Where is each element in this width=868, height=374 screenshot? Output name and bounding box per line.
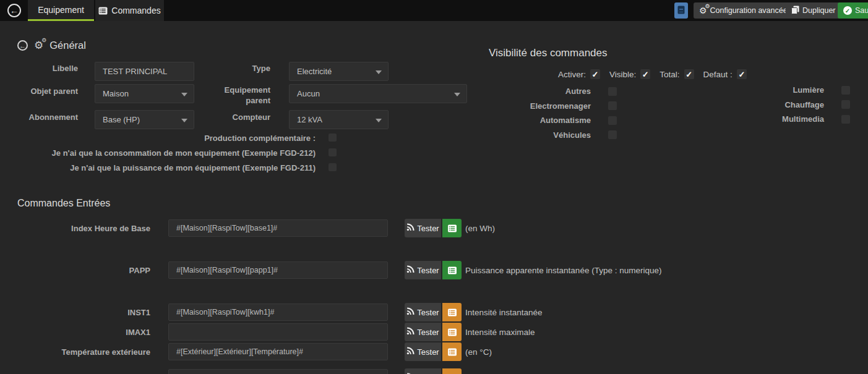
command-row-imax1: IMAX1 Tester bbox=[0, 323, 868, 342]
production-complementaire-label: Production complémentaire : bbox=[0, 133, 316, 143]
libelle-label: Libelle bbox=[0, 63, 78, 74]
production-complementaire-checkbox[interactable] bbox=[329, 134, 337, 142]
test-button[interactable]: Tester bbox=[405, 261, 441, 279]
conso-only-label: Je n'ai que la consommation de mon equip… bbox=[0, 148, 316, 158]
test-button[interactable]: Tester bbox=[405, 368, 441, 374]
command-config-button[interactable] bbox=[442, 303, 462, 321]
tab-commandes[interactable]: Commandes bbox=[95, 0, 164, 21]
save-button[interactable]: ✓ Sauvegarder bbox=[838, 2, 868, 19]
visibility-toggle-activer: Activer:✓ bbox=[558, 69, 600, 79]
command-value-input[interactable] bbox=[168, 369, 388, 374]
tab-commandes-label: Commandes bbox=[111, 6, 160, 15]
defaut-checkbox[interactable]: ✓ bbox=[737, 69, 747, 79]
category-label: Chauffage bbox=[716, 100, 824, 109]
tab-equipement[interactable]: Equipement bbox=[28, 0, 94, 21]
category-row-autres: Autres bbox=[483, 84, 617, 99]
lumiere-checkbox[interactable] bbox=[841, 86, 850, 95]
duplicate-button[interactable]: Dupliquer bbox=[786, 2, 841, 19]
visibility-section-title: Visibilité des commandes bbox=[489, 47, 608, 59]
category-label: Autres bbox=[483, 87, 591, 96]
imax1-input[interactable] bbox=[168, 323, 388, 341]
test-button[interactable]: Tester bbox=[405, 342, 441, 361]
type-select[interactable]: Electricité bbox=[289, 62, 389, 81]
compteur-select-value: 12 kVA bbox=[297, 115, 322, 124]
rss-icon bbox=[406, 265, 415, 275]
command-config-button[interactable] bbox=[442, 261, 462, 279]
command-row-papp: PAPP Tester P bbox=[0, 261, 868, 280]
command-config-button[interactable] bbox=[442, 342, 462, 361]
back-arrow-circle-icon[interactable]: ← bbox=[7, 4, 21, 17]
index-heure-de-base-input[interactable] bbox=[168, 219, 388, 237]
object-display-button[interactable] bbox=[674, 2, 688, 19]
toggle-label: Visible: bbox=[609, 70, 636, 79]
chevron-down-icon bbox=[181, 93, 187, 96]
advanced-config-button[interactable]: ⚙⚙ Configuration avancée bbox=[694, 2, 793, 19]
test-button-label: Tester bbox=[417, 266, 439, 275]
test-button-label: Tester bbox=[417, 328, 439, 337]
command-description: Intensité maximale bbox=[465, 328, 535, 337]
commands-section-title: Commandes Entrées bbox=[17, 198, 110, 209]
vehicules-checkbox[interactable] bbox=[608, 130, 617, 139]
libelle-input[interactable] bbox=[95, 62, 194, 81]
objet-parent-select[interactable]: Maison bbox=[95, 84, 194, 103]
category-row-multimedia: Multimedia bbox=[716, 112, 851, 127]
toggle-label: Total: bbox=[660, 70, 679, 79]
chevron-down-icon bbox=[454, 93, 460, 96]
book-icon bbox=[677, 6, 685, 16]
toggle-label: Defaut : bbox=[703, 70, 733, 79]
automatisme-checkbox[interactable] bbox=[608, 116, 617, 125]
autres-checkbox[interactable] bbox=[608, 87, 617, 96]
abonnement-label: Abonnement bbox=[0, 112, 78, 122]
compteur-select[interactable]: 12 kVA bbox=[289, 110, 389, 129]
electromenager-checkbox[interactable] bbox=[608, 101, 617, 110]
test-button[interactable]: Tester bbox=[405, 303, 441, 321]
equipement-parent-select[interactable]: Aucun bbox=[289, 84, 467, 103]
list-icon bbox=[447, 328, 457, 336]
command-config-button[interactable] bbox=[442, 219, 462, 237]
objet-parent-select-value: Maison bbox=[103, 89, 129, 98]
puissance-only-checkbox[interactable] bbox=[329, 163, 337, 171]
visible-checkbox[interactable]: ✓ bbox=[640, 69, 650, 79]
category-label: Lumière bbox=[716, 85, 824, 95]
command-description: (en °C) bbox=[465, 347, 492, 357]
category-row-electromenager: Electromenager bbox=[483, 99, 617, 114]
temperature-exterieure-input[interactable] bbox=[168, 343, 388, 360]
equipement-parent-label: Equipement parent bbox=[213, 85, 270, 106]
list-icon bbox=[447, 224, 457, 232]
list-icon bbox=[447, 348, 457, 356]
visibility-toggles: Activer:✓Visible:✓Total:✓Defaut :✓ bbox=[558, 69, 747, 79]
activer-checkbox[interactable]: ✓ bbox=[590, 69, 600, 79]
abonnement-select[interactable]: Base (HP) bbox=[95, 110, 194, 129]
rss-icon bbox=[406, 327, 415, 337]
multimedia-checkbox[interactable] bbox=[841, 115, 850, 124]
chevron-down-icon bbox=[181, 119, 187, 122]
rss-icon bbox=[406, 307, 415, 317]
category-label: Véhicules bbox=[483, 130, 591, 140]
inst1-input[interactable] bbox=[168, 304, 388, 321]
test-button[interactable]: Tester bbox=[405, 323, 441, 341]
chauffage-checkbox[interactable] bbox=[841, 100, 850, 109]
cogs-icon: ⚙⚙ bbox=[699, 6, 707, 15]
conso-only-checkbox[interactable] bbox=[329, 148, 337, 156]
back-circle-icon[interactable]: ← bbox=[17, 40, 28, 51]
puissance-only-label: Je n'ai que la puissance de mon équipeme… bbox=[0, 163, 316, 173]
visibility-toggle-defaut: Defaut :✓ bbox=[703, 69, 747, 79]
type-label: Type bbox=[198, 63, 270, 74]
cogs-icon: ⚙⚙ bbox=[34, 40, 43, 51]
command-label: PAPP bbox=[0, 266, 150, 275]
top-bar: ← Equipement Commandes ⚙⚙ Configuration bbox=[0, 0, 868, 21]
command-config-button[interactable] bbox=[442, 323, 462, 341]
visibility-toggle-visible: Visible:✓ bbox=[609, 69, 650, 79]
command-row-temperature-exterieure: Température extérieure Tester bbox=[0, 342, 868, 362]
command-config-button[interactable] bbox=[442, 368, 462, 374]
general-title-label: Général bbox=[49, 40, 86, 51]
total-checkbox[interactable]: ✓ bbox=[684, 69, 694, 79]
test-button-label: Tester bbox=[417, 224, 439, 233]
categories-right-column: LumièreChauffageMultimedia bbox=[716, 83, 851, 127]
command-label: Température extérieure bbox=[0, 347, 150, 357]
check-circle-icon: ✓ bbox=[843, 6, 852, 15]
visibility-title-label: Visibilité des commandes bbox=[489, 47, 608, 59]
command-label: IMAX1 bbox=[0, 328, 150, 337]
papp-input[interactable] bbox=[168, 261, 388, 279]
test-button[interactable]: Tester bbox=[405, 219, 441, 237]
